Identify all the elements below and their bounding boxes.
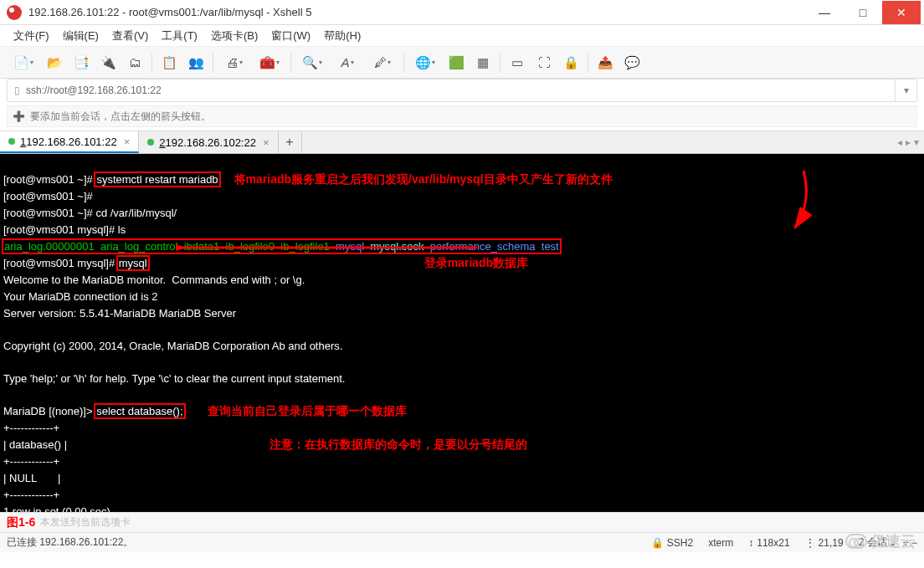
toolbar-separator <box>151 53 152 73</box>
watermark-icon <box>845 534 867 549</box>
close-tab-icon[interactable]: × <box>263 136 270 149</box>
watermark: 亿速云 <box>845 531 916 551</box>
figure-label: 图1-6 <box>7 515 35 530</box>
window-title: 192.168.26.101:22 - root@vms001:/var/lib… <box>28 6 805 18</box>
print-button[interactable]: 🖨▾ <box>218 51 251 74</box>
close-tab-icon[interactable]: × <box>124 136 131 148</box>
terminal-line: Your MariaDB connection id is 2 <box>3 290 158 303</box>
highlighted-command: mysql <box>118 257 148 269</box>
annotation-text: 登录mariadb数据库 <box>424 256 528 269</box>
menu-file[interactable]: 文件(F) <box>7 27 56 45</box>
session-tab-1[interactable]: 1 192.168.26.101:22 × <box>0 131 139 153</box>
menu-tools[interactable]: 工具(T) <box>155 27 204 45</box>
status-size: ↕118x21 <box>748 537 789 549</box>
toolbar: 📄▾ 📂 📑 🔌 🗂 📋 👥 🖨▾ 🧰▾ 🔍▾ A▾ 🖉▾ 🌐▾ 🟩 ▦ ▭ ⛶… <box>0 47 924 79</box>
help-button[interactable]: 💬 <box>619 51 644 74</box>
hint-bar: ➕ 要添加当前会话，点击左侧的箭头按钮。 <box>7 105 917 127</box>
watermark-text: 亿速云 <box>870 531 916 551</box>
menu-tab[interactable]: 选项卡(B) <box>204 27 264 45</box>
toolbar-separator <box>500 53 501 73</box>
terminal-line: MariaDB [(none)]> <box>3 405 95 417</box>
lock-button[interactable]: 🔒 <box>558 51 583 74</box>
address-icon: ▯ <box>8 84 26 96</box>
status-bar: 已连接 192.168.26.101:22。 🔒SSH2 xterm ↕118x… <box>0 532 924 552</box>
terminal-line: Type 'help;' or '\h' for help. Type '\c'… <box>3 372 345 385</box>
layout-button[interactable]: ▦ <box>470 51 495 74</box>
title-bar: 192.168.26.101:22 - root@vms001:/var/lib… <box>0 0 924 25</box>
terminal-line: 1 row in set (0.00 sec) <box>3 505 110 512</box>
send-hint-text: 本发送到当前选项卡 <box>40 515 131 530</box>
status-connection: 已连接 192.168.26.101:22。 <box>7 535 636 550</box>
terminal-line: [root@vms001 ~]# <box>3 173 95 186</box>
transfer-button[interactable]: 📤 <box>593 51 618 74</box>
terminal-line: +------------+ <box>3 455 59 468</box>
tab-number: 2 <box>159 136 165 149</box>
terminal-line: +------------+ <box>3 422 59 434</box>
highlighted-command: select database(); <box>95 405 183 417</box>
annotation-text: 查询当前自己登录后属于哪一个数据库 <box>208 404 407 417</box>
address-bar[interactable]: ▯ ssh://root@192.168.26.101:22 ▾ <box>7 79 917 102</box>
status-termtype: xterm <box>708 537 733 549</box>
terminal-line: [root@vms001 mysql]# <box>3 257 118 269</box>
session-tab-2[interactable]: 2 192.168.26.102:22 × <box>139 131 278 153</box>
terminal-line: | database() | <box>3 438 67 451</box>
tab-nav: ◂ ▸ ▾ <box>892 131 924 153</box>
status-protocol: 🔒SSH2 <box>651 537 693 549</box>
status-cursor: ⋮21,19 <box>805 537 844 549</box>
tab-label: 192.168.26.102:22 <box>166 136 256 149</box>
menu-help[interactable]: 帮助(H) <box>317 27 367 45</box>
menu-bar: 文件(F) 编辑(E) 查看(V) 工具(T) 选项卡(B) 窗口(W) 帮助(… <box>0 25 924 47</box>
status-dot-icon <box>8 138 15 145</box>
open-button[interactable]: 📂 <box>42 51 67 74</box>
fullscreen-button[interactable]: ⛶ <box>531 51 557 74</box>
menu-window[interactable]: 窗口(W) <box>264 27 317 45</box>
maximize-button[interactable]: □ <box>844 1 882 24</box>
highlighted-output: aria_log.00000001 aria_log_control ibdat… <box>3 240 560 253</box>
connect-button[interactable]: 🔌 <box>95 51 121 74</box>
hint-text: 要添加当前会话，点击左侧的箭头按钮。 <box>30 110 211 124</box>
font-button[interactable]: A▾ <box>331 51 364 74</box>
tile-button[interactable]: ▭ <box>505 51 530 74</box>
terminal-line: [root@vms001 mysql]# ls <box>3 223 126 236</box>
close-button[interactable]: ✕ <box>882 1 921 24</box>
properties-button[interactable]: 🧰▾ <box>253 51 286 74</box>
tab-spacer <box>302 131 892 153</box>
toolbar-separator <box>290 53 291 73</box>
encoding-button[interactable]: 🖉▾ <box>366 51 399 74</box>
minimize-button[interactable]: — <box>805 1 844 24</box>
add-tab-button[interactable]: + <box>279 131 302 153</box>
annotation-text: 注意：在执行数据库的命令时，是要以分号结尾的 <box>270 438 527 451</box>
highlighted-command: systemctl restart mariadb <box>95 173 218 186</box>
toolbar-separator <box>588 53 588 73</box>
find-button[interactable]: 🔍▾ <box>295 51 329 74</box>
terminal-line: [root@vms001 ~]# cd /var/lib/mysql/ <box>3 207 177 219</box>
menu-edit[interactable]: 编辑(E) <box>56 27 105 45</box>
address-dropdown[interactable]: ▾ <box>895 79 916 101</box>
annotation-text: 将mariadb服务重启之后我们发现/var/lib/mysql目录中又产生了新… <box>234 172 613 186</box>
address-url[interactable]: ssh://root@192.168.26.101:22 <box>26 84 895 96</box>
new-session-button[interactable]: 📄▾ <box>7 51 40 74</box>
menu-view[interactable]: 查看(V) <box>105 27 155 45</box>
tab-prev-icon[interactable]: ◂ <box>897 136 902 148</box>
reconnect-button[interactable]: 🗂 <box>122 51 147 74</box>
status-dot-icon <box>147 139 154 146</box>
tab-number: 1 <box>20 136 26 148</box>
toolbar-separator <box>403 53 404 73</box>
save-button[interactable]: 📑 <box>69 51 94 74</box>
window-controls: — □ ✕ <box>805 1 921 24</box>
lang-button[interactable]: 🌐▾ <box>408 51 442 74</box>
tab-menu-icon[interactable]: ▾ <box>914 136 919 148</box>
terminal-line: | NULL | <box>3 472 60 484</box>
copy-button[interactable]: 📋 <box>157 51 182 74</box>
tab-label: 192.168.26.101:22 <box>26 136 116 148</box>
tab-next-icon[interactable]: ▸ <box>906 136 911 148</box>
terminal-line: Server version: 5.5.41-MariaDB MariaDB S… <box>3 307 236 320</box>
color-button[interactable]: 🟩 <box>444 51 469 74</box>
paste-button[interactable]: 👥 <box>183 51 208 74</box>
lock-icon: 🔒 <box>651 537 664 549</box>
terminal[interactable]: [root@vms001 ~]# systemctl restart maria… <box>0 154 924 512</box>
terminal-line: Copyright (c) 2000, 2014, Oracle, MariaD… <box>3 340 342 352</box>
hint-icon[interactable]: ➕ <box>13 110 25 122</box>
send-input-bar[interactable]: 图1-6 本发送到当前选项卡 <box>0 512 924 532</box>
app-icon <box>7 5 22 20</box>
